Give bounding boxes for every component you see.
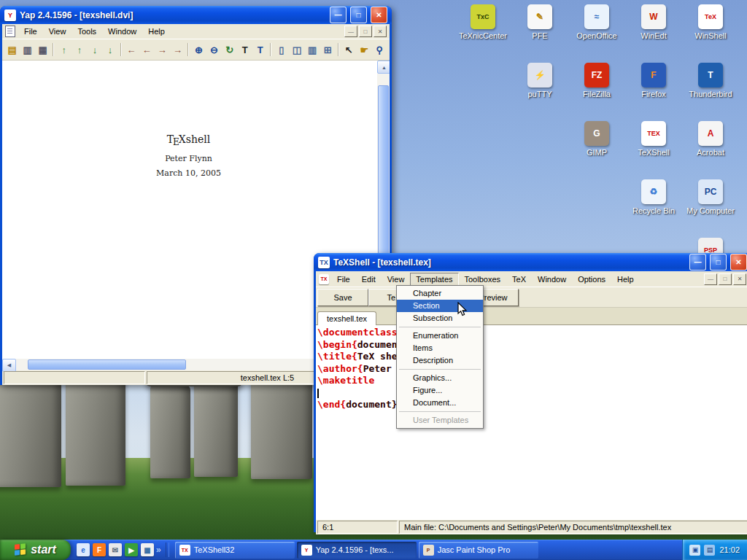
menu-item-description[interactable]: Description: [397, 354, 483, 367]
mdi-minimize-button[interactable]: —: [344, 26, 357, 37]
desktop-icon-winedt[interactable]: WWinEdt: [625, 4, 682, 40]
zoom-in-icon[interactable]: ⊕: [191, 42, 206, 58]
menu-item-enumeration[interactable]: Enumeration: [397, 330, 483, 342]
hand-icon[interactable]: ☛: [357, 42, 372, 58]
mdi-document-icon: TX: [319, 274, 329, 284]
forward-icon[interactable]: →: [155, 42, 170, 58]
mdi-restore-button[interactable]: □: [719, 273, 732, 285]
yap-maximize-button[interactable]: □: [350, 7, 367, 23]
print-icon[interactable]: ▥: [20, 42, 35, 58]
menu-item-graphics[interactable]: Graphics...: [397, 372, 483, 384]
desktop-icon-texshell[interactable]: TEXTeXShell: [625, 121, 682, 157]
texshell-menu-templates[interactable]: Templates: [410, 273, 458, 286]
yap-menu-window[interactable]: Window: [102, 25, 142, 38]
yap-menu-file[interactable]: File: [18, 25, 43, 38]
taskbar-task-2[interactable]: YYap 2.4.1596 - [texs...: [297, 542, 417, 559]
menu-item-section[interactable]: Section: [397, 300, 483, 312]
yap-close-button[interactable]: ✕: [371, 7, 387, 23]
yap-minimize-button[interactable]: —: [330, 7, 347, 23]
first-page-icon[interactable]: ↑: [56, 42, 71, 58]
texshell-menu-options[interactable]: Options: [572, 273, 611, 286]
taskbar-task-3[interactable]: PJasc Paint Shop Pro: [419, 542, 538, 559]
texshell-titlebar[interactable]: TX TeXShell - [texshell.tex] — □ ✕: [314, 253, 747, 271]
print-setup-icon[interactable]: ▦: [35, 42, 50, 58]
texshell-menu-toolboxes[interactable]: Toolboxes: [459, 273, 507, 286]
mdi-close-button[interactable]: ✕: [733, 273, 746, 285]
texshell-minimize-button[interactable]: —: [689, 254, 706, 271]
horizontal-scroll-thumb[interactable]: [28, 359, 186, 370]
last-page-icon[interactable]: ↓: [103, 42, 118, 58]
desktop-icon-acrobat[interactable]: AAcrobat: [682, 121, 739, 157]
mdi-restore-button[interactable]: □: [359, 26, 372, 37]
menu-item-items[interactable]: Items: [397, 342, 483, 354]
open-icon[interactable]: ▤: [4, 42, 20, 58]
menu-item-document[interactable]: Document...: [397, 397, 483, 409]
texshell-menu-file[interactable]: File: [331, 273, 356, 286]
back-icon[interactable]: ←: [124, 42, 139, 58]
firefox-icon[interactable]: F: [93, 543, 106, 556]
texshell-close-button[interactable]: ✕: [730, 254, 747, 271]
yap-menu-tools[interactable]: Tools: [71, 25, 102, 38]
media-player-icon[interactable]: ▶: [125, 543, 138, 556]
desktop-icon-winshell[interactable]: TeXWinShell: [682, 4, 739, 40]
desktop-icon-label: Thunderbird: [682, 90, 739, 98]
menu-item-figure[interactable]: Figure...: [397, 384, 483, 397]
continuous-view-icon[interactable]: ◫: [289, 42, 304, 58]
desktop-icon-firefox[interactable]: FFirefox: [625, 63, 682, 98]
menu-item-chapter[interactable]: Chapter: [397, 287, 483, 300]
texshell-menu-tex[interactable]: TeX: [506, 273, 532, 286]
yap-menu-help[interactable]: Help: [142, 25, 171, 38]
texshell-menu-view[interactable]: View: [382, 273, 411, 286]
text-select-icon[interactable]: T: [237, 42, 252, 58]
magnifier-icon[interactable]: ⚲: [372, 42, 387, 58]
desktop-icon-pfe[interactable]: ✎PFE: [511, 4, 568, 40]
desktop-icon-thunderbird[interactable]: TThunderbird: [682, 63, 739, 98]
internet-explorer-icon[interactable]: e: [77, 543, 90, 556]
texshell-menu-edit[interactable]: Edit: [356, 273, 382, 286]
pointer-icon[interactable]: ↖: [341, 42, 357, 58]
zoom-out-icon[interactable]: ⊖: [206, 42, 222, 58]
network-icon[interactable]: ▤: [704, 545, 715, 556]
mdi-minimize-button[interactable]: —: [704, 273, 717, 285]
desktop-icon-label: WinEdt: [625, 31, 682, 40]
save-button[interactable]: Save: [317, 289, 368, 306]
yap-menu-view[interactable]: View: [43, 25, 72, 38]
texshell-menu-window[interactable]: Window: [532, 273, 572, 286]
show-desktop-icon[interactable]: ▦: [141, 543, 154, 556]
vertical-scroll-thumb[interactable]: [378, 85, 389, 262]
desktop-icon-openoffice[interactable]: ≈OpenOffice: [568, 4, 625, 40]
texshell-menu-help[interactable]: Help: [611, 273, 640, 286]
desktop-icon-filezilla[interactable]: FZFileZilla: [568, 63, 625, 98]
tray-device-icon[interactable]: ▣: [689, 545, 700, 556]
toolbar-separator: [270, 43, 271, 56]
start-button[interactable]: start: [0, 540, 71, 560]
mdi-close-button[interactable]: ✕: [374, 26, 387, 37]
forward-far-icon[interactable]: →: [170, 42, 185, 58]
code-editor[interactable]: \documentclass{\begin{document\title{TeX…: [316, 325, 747, 520]
text-tool-icon[interactable]: T: [252, 42, 268, 58]
tab-texshell-tex[interactable]: texshell.tex: [317, 311, 376, 325]
yap-app-icon: Y: [4, 9, 16, 21]
texshell-maximize-button[interactable]: □: [710, 254, 727, 271]
task-label: Yap 2.4.1596 - [texs...: [316, 545, 394, 554]
facing-pages-icon[interactable]: ▥: [305, 42, 320, 58]
refresh-icon[interactable]: ↻: [222, 42, 237, 58]
menu-item-subsection[interactable]: Subsection: [397, 312, 483, 324]
next-page-icon[interactable]: ↓: [87, 42, 102, 58]
scroll-left-icon[interactable]: ◀: [2, 359, 16, 372]
mail-icon[interactable]: ✉: [109, 543, 122, 556]
yap-titlebar[interactable]: Y Yap 2.4.1596 - [texshell.dvi] — □ ✕: [0, 6, 392, 24]
desktop-icon-gimp[interactable]: GGIMP: [568, 121, 625, 157]
scroll-up-icon[interactable]: ▲: [377, 61, 390, 74]
desktop-icon-recycle-bin[interactable]: ♻Recycle Bin: [625, 179, 682, 215]
taskbar-task-1[interactable]: TXTeXShell32: [175, 542, 295, 559]
task-icon: Y: [301, 545, 312, 556]
desktop-icon-texniccenter[interactable]: TxCTeXnicCenter: [454, 4, 511, 40]
page-width-icon[interactable]: ⊞: [320, 42, 336, 58]
single-page-icon[interactable]: ▯: [274, 42, 289, 58]
prev-page-icon[interactable]: ↑: [71, 42, 87, 58]
desktop-icon-putty[interactable]: ⚡puTTY: [511, 63, 568, 98]
quick-launch-overflow-icon[interactable]: »: [154, 545, 163, 555]
desktop-icon-my-computer[interactable]: PCMy Computer: [682, 179, 739, 215]
back-far-icon[interactable]: ←: [139, 42, 155, 58]
